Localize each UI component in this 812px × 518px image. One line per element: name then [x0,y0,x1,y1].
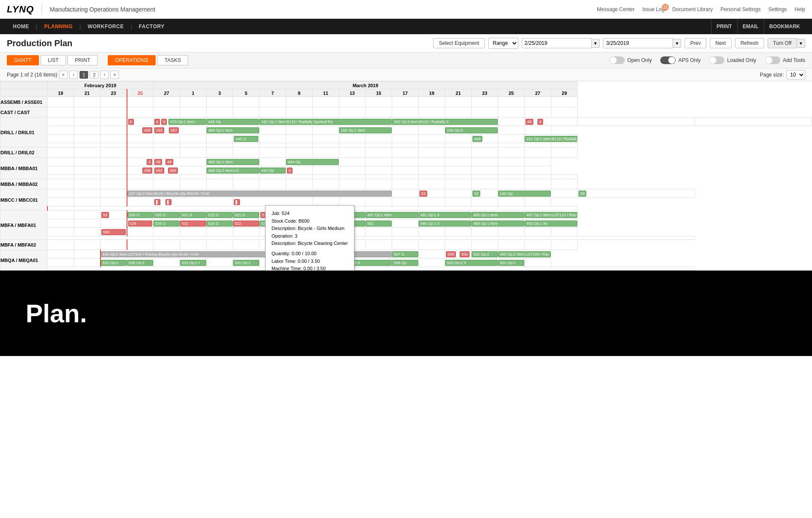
bar-560fa[interactable]: 560 [101,229,126,235]
nav-workforce[interactable]: WORKFORCE [82,19,130,34]
bar-467op1[interactable]: 467 Op:1 Item:LOT113 / Racing Handle Bar… [525,212,577,218]
bar-468op2[interactable]: 468 Op:2 Item:LO [207,168,259,174]
bar-498m[interactable]: 498 [142,168,152,174]
personal-settings-link[interactable]: Personal Settings [720,6,761,12]
bar-48m[interactable]: 48 [165,159,173,165]
bar-486m[interactable]: 486 [168,168,178,174]
bar-445o[interactable]: 445 O [234,136,258,142]
bar-446d[interactable]: 446 [472,136,482,142]
bar-444op2[interactable]: 444 Op [260,168,286,174]
bar-502op2[interactable]: 502 Op:2 [472,251,498,257]
bar-161op1[interactable]: 161 Op:1 Item:B114 / Radially Spoked Fr [525,136,577,142]
issue-log-link[interactable]: Issue Log 11 [642,6,664,12]
email-link[interactable]: EMAIL [737,19,764,34]
bar-4m[interactable]: 4 [287,168,292,174]
bar-530op2[interactable]: 530 Op:2 [101,260,127,266]
bar-502fa[interactable]: 502 [339,212,365,218]
bar-501op2[interactable]: 501 Op:2 [498,260,524,266]
bar-53fa[interactable]: 53 [101,212,109,218]
document-library-link[interactable]: Document Library [672,6,713,12]
bar-503o[interactable]: 503 O [339,221,365,227]
bar-492m[interactable]: 492 [154,168,164,174]
bar-521op2[interactable]: 521 Op:2 It [339,260,392,266]
bar-485op1[interactable]: 485 Op:1 Item [472,212,524,218]
tab-print[interactable]: PRINT [68,55,97,65]
bar-523o[interactable]: 523 O [207,212,233,218]
bar-533o[interactable]: 533 O [154,212,180,218]
bar-483op1[interactable]: 483 Op:1 Ite [525,221,577,227]
bar-531op2[interactable]: 531 Op:2 [233,260,259,266]
bar-49m[interactable]: 49 [154,159,162,165]
bar-535o[interactable]: 535 O [127,212,154,218]
bar-mc-small2[interactable]: ▌ [165,199,171,205]
tab-operations[interactable]: OPERATIONS [108,55,156,65]
turn-off-button[interactable]: Turn Off [768,38,797,48]
bar-444op[interactable]: 444 Op [286,159,339,165]
bar-538op2[interactable]: 538 Op:2 [127,260,153,266]
bar-520o[interactable]: 520 O [260,221,286,227]
page-1-btn[interactable]: 1 [80,71,88,79]
next-page-btn[interactable]: › [100,71,109,79]
bar-531o[interactable]: 531 O [180,212,206,218]
bar-156op3[interactable]: 156 Op:3 [445,127,498,133]
nav-planning[interactable]: PLANNING [38,19,79,34]
bar-522fa[interactable]: 522 [233,221,259,227]
bar-162op3[interactable]: 162 Op:3 Item:B115 / Radially S [392,119,498,125]
bar-501fa[interactable]: 501 [366,221,392,227]
bar-534o[interactable]: 534 O [154,221,180,227]
page-size-select[interactable]: 10 25 50 [786,70,805,79]
bar-49d[interactable]: 49 [526,119,533,125]
bar-137op3[interactable]: 137 Op:3 Item:B100 / Bicycle Qty:300.00 … [127,191,392,197]
bar-drill-4a[interactable]: 4 [154,119,160,125]
bar-drill-4b[interactable]: 4 [161,119,167,125]
bar-508qa[interactable]: 508 [446,251,456,257]
bar-5fa2[interactable]: 5 [287,212,292,218]
bar-52mc[interactable]: 52 [472,191,480,197]
bar-468op1[interactable]: 468 Op:1 Item: [207,159,259,165]
prev-button[interactable]: Prev [685,38,706,48]
bar-4d[interactable]: 4 [537,119,543,125]
page-2-btn[interactable]: 2 [90,71,98,79]
bar-mbba-3[interactable]: 3 [147,159,152,165]
bar-504qa[interactable]: 504 [460,251,469,257]
nav-factory[interactable]: FACTORY [133,19,171,34]
bar-495op2[interactable]: 495 Op:2 Item:LOT100 / Rac [498,251,551,257]
turn-off-dropdown-arrow[interactable]: ▼ [797,39,805,48]
bar-53mc[interactable]: 53 [419,191,427,197]
message-center-link[interactable]: Message Center [597,6,635,12]
bar-506op[interactable]: 506 Op [392,260,418,266]
tab-gantt[interactable]: GANTT [7,55,39,65]
bar-493[interactable]: 493 [154,127,164,133]
bar-532fa[interactable]: 532 [180,221,206,227]
bar-521o[interactable]: 521 O [233,212,259,218]
bar-drill-5[interactable]: 5 [128,119,134,125]
help-link[interactable]: Help [794,6,805,12]
date-from-input[interactable] [522,38,592,48]
tab-list[interactable]: LIST [41,55,66,65]
bookmark-link[interactable]: BOOKMARK [764,19,805,34]
next-button[interactable]: Next [710,38,732,48]
bar-497op1[interactable]: 497 Op:1 Item [366,212,418,218]
bar-50fa[interactable]: 50 [313,212,339,218]
select-equipment-button[interactable]: Select Equipment [433,38,484,48]
nav-home[interactable]: HOME [7,19,35,34]
date-to-input[interactable] [603,38,673,48]
bar-146op2[interactable]: 146 Op:2 Item:LOT100 / Racing Bicycle Qt… [101,251,392,257]
aps-only-toggle[interactable] [660,56,676,64]
add-tools-toggle[interactable] [765,56,780,64]
bar-495op1[interactable]: 495 Op:1 It [419,221,471,227]
settings-link[interactable]: Settings [768,6,787,12]
bar-5fa1[interactable]: 5 [260,212,266,218]
bar-146op[interactable]: 146 Op: [498,191,551,197]
date-to-arrow[interactable]: ▼ [673,39,681,48]
bar-491op1[interactable]: 491 Op:1 It [419,212,471,218]
last-page-btn[interactable]: » [110,71,119,79]
bar-524o[interactable]: 524 O [207,221,233,227]
bar-469op1[interactable]: 469 Op:1 Item [207,127,259,133]
bar-523op2[interactable]: 523 Op:2 [286,260,312,266]
print-link[interactable]: PRINT [711,19,737,34]
tab-tasks[interactable]: TASKS [157,55,188,65]
bar-507o[interactable]: 507 O [392,251,418,257]
open-only-toggle[interactable] [609,56,625,64]
bar-533op2[interactable]: 533 Op:2 I [180,260,206,266]
